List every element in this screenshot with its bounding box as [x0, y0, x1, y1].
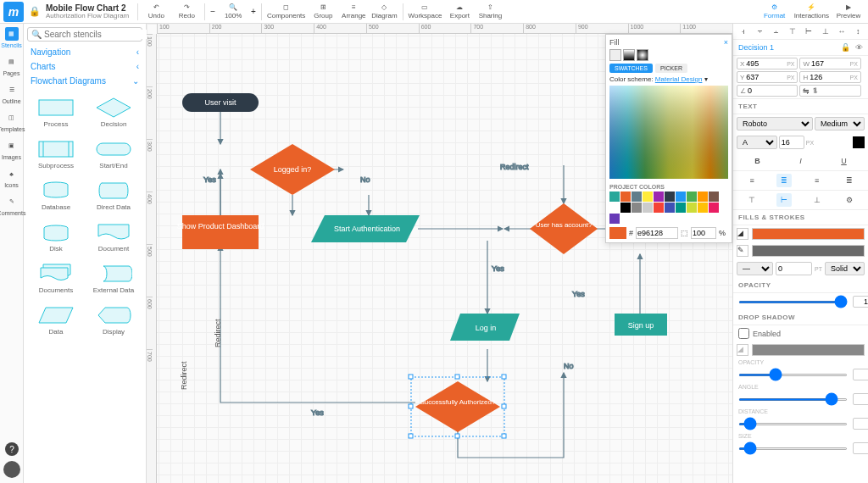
interactions-tab[interactable]: ⚡Interactions: [794, 3, 829, 19]
project-color[interactable]: [709, 203, 719, 213]
y-input[interactable]: [746, 73, 787, 81]
shape-data[interactable]: Data: [27, 299, 85, 341]
shape-disk[interactable]: Disk: [27, 216, 85, 258]
shape-decision[interactable]: Decision: [85, 92, 142, 133]
shape-document[interactable]: Document: [85, 216, 142, 258]
bold-button[interactable]: B: [750, 154, 765, 168]
project-color[interactable]: [665, 192, 675, 202]
dist-h[interactable]: ↔: [836, 27, 848, 36]
text-right[interactable]: ≡: [810, 174, 825, 187]
project-color[interactable]: [676, 192, 686, 202]
grad-radial[interactable]: [637, 49, 648, 61]
rail-stencils[interactable]: ▦Stencils: [2, 27, 22, 48]
project-color[interactable]: [609, 203, 620, 213]
sharing-button[interactable]: ⇪Sharing: [477, 3, 503, 19]
redo-button[interactable]: ↷Redo: [174, 3, 199, 19]
project-color[interactable]: [654, 203, 664, 213]
project-color[interactable]: [665, 203, 675, 213]
opacity-slider[interactable]: [738, 301, 848, 303]
project-color[interactable]: [687, 203, 697, 213]
stroke-cap[interactable]: —: [737, 262, 773, 275]
project-color[interactable]: [643, 203, 653, 213]
shadow-enabled[interactable]: [738, 328, 749, 339]
shape-directdata[interactable]: Direct Data: [85, 175, 142, 216]
align-middle[interactable]: ⊢: [803, 27, 815, 36]
diagram-button[interactable]: ◇Diagram: [371, 3, 397, 19]
rail-comments[interactable]: ✎Comments: [2, 195, 22, 216]
project-color[interactable]: [709, 192, 719, 202]
rail-images[interactable]: ▣Images: [2, 139, 22, 160]
dist-v[interactable]: ↕: [852, 27, 864, 36]
cat-navigation[interactable]: Navigation: [24, 45, 146, 59]
search-input[interactable]: [44, 30, 152, 39]
zoom-out-button[interactable]: −: [210, 7, 215, 16]
tab-picker[interactable]: PICKER: [655, 64, 687, 73]
stroke-type-icon[interactable]: ✎: [737, 245, 748, 257]
arrange-button[interactable]: ≡Arrange: [341, 3, 366, 19]
text-middle[interactable]: ⊢: [776, 193, 792, 207]
shadow-opacity-slider[interactable]: [738, 374, 848, 376]
user-avatar[interactable]: [3, 461, 20, 478]
fill-type-icon[interactable]: ◢: [737, 228, 748, 240]
flip-h[interactable]: ⇋: [803, 86, 810, 95]
flip-v[interactable]: ⥮: [812, 86, 819, 95]
preview-tab[interactable]: ▶Preview: [836, 3, 861, 19]
italic-button[interactable]: I: [793, 154, 809, 168]
shape-display[interactable]: Display: [85, 299, 142, 341]
project-colors[interactable]: [609, 192, 728, 224]
align-right[interactable]: ⫠: [770, 27, 782, 36]
close-icon[interactable]: ×: [724, 38, 728, 47]
format-tab[interactable]: ⚙Format: [762, 3, 787, 19]
zoom-in-button[interactable]: +: [251, 7, 256, 16]
shape-database[interactable]: Database: [27, 175, 85, 216]
align-left[interactable]: ⫞: [737, 27, 749, 36]
project-color[interactable]: [654, 192, 664, 202]
align-bottom[interactable]: ⊥: [820, 27, 832, 36]
text-center[interactable]: ≣: [776, 174, 792, 187]
shadow-angle-slider[interactable]: [738, 398, 848, 401]
help-button[interactable]: ?: [5, 442, 19, 456]
underline-button[interactable]: U: [837, 154, 852, 168]
text-settings[interactable]: ⚙: [842, 193, 857, 207]
text-top[interactable]: ⊤: [744, 193, 760, 207]
text-justify[interactable]: ≣: [842, 174, 857, 187]
opacity-value[interactable]: [853, 296, 868, 308]
app-logo[interactable]: m: [3, 2, 24, 22]
project-color[interactable]: [620, 203, 631, 213]
w-input[interactable]: [811, 59, 850, 68]
font-size[interactable]: [779, 136, 804, 149]
rail-icons[interactable]: ♣Icons: [2, 167, 22, 188]
project-color[interactable]: [687, 192, 697, 202]
undo-button[interactable]: ↶Undo: [143, 3, 169, 19]
color-scheme-link[interactable]: Material Design: [655, 75, 703, 83]
workspace-button[interactable]: ▭Workspace: [409, 3, 442, 19]
align-top[interactable]: ⊤: [787, 27, 798, 36]
document-info[interactable]: Mobile Flow Chart 2 Authorization Flow D…: [46, 3, 129, 20]
fill-color[interactable]: [752, 228, 865, 240]
shape-documents[interactable]: Documents: [27, 258, 85, 299]
project-color[interactable]: [609, 192, 620, 202]
font-family[interactable]: Roboto: [737, 117, 813, 130]
project-color[interactable]: [632, 192, 642, 202]
project-color[interactable]: [698, 192, 708, 202]
shape-subprocess[interactable]: Subprocess: [27, 133, 85, 175]
cat-flowchart[interactable]: Flowchart Diagrams: [24, 74, 146, 88]
selection-name[interactable]: Decision 1: [738, 43, 774, 52]
project-color[interactable]: [676, 203, 686, 213]
shape-process[interactable]: Process: [27, 92, 85, 133]
text-left[interactable]: ≡: [744, 174, 760, 187]
stroke-width[interactable]: [776, 262, 812, 275]
canvas[interactable]: 10020030040050060070080090010001100 1002…: [147, 24, 732, 483]
rail-templates[interactable]: ◫Templates: [2, 111, 22, 132]
project-color[interactable]: [643, 192, 653, 202]
font-weight[interactable]: Medium: [815, 117, 865, 130]
rail-pages[interactable]: ▤Pages: [2, 55, 22, 76]
shadow-size-slider[interactable]: [738, 447, 848, 450]
lock-icon[interactable]: 🔓: [841, 43, 850, 52]
project-color[interactable]: [698, 203, 708, 213]
cat-charts[interactable]: Charts: [24, 59, 146, 74]
components-button[interactable]: ◻Components: [267, 3, 305, 19]
zoom-level[interactable]: 🔍100%: [220, 3, 246, 19]
project-color[interactable]: [609, 214, 620, 224]
project-color[interactable]: [620, 192, 631, 202]
